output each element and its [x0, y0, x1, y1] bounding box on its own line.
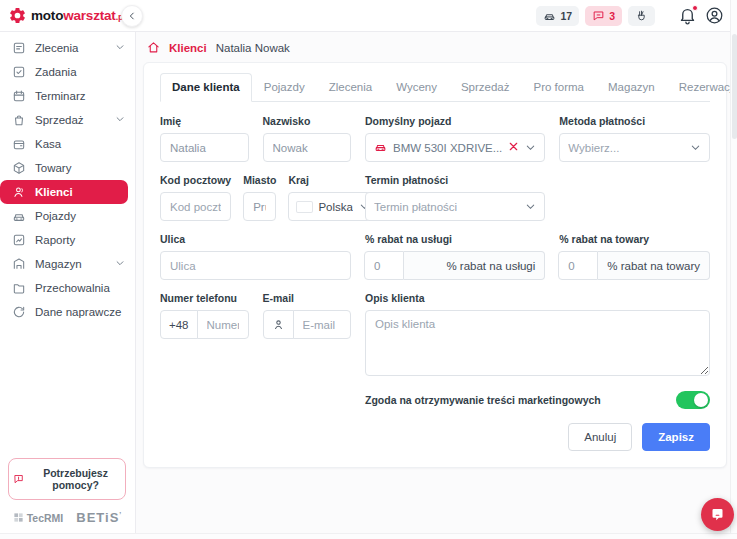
breadcrumb-section[interactable]: Klienci	[169, 42, 207, 54]
description-textarea[interactable]	[365, 310, 710, 376]
goods-discount-label: % rabat na towary	[559, 233, 710, 245]
wallet-icon	[12, 137, 26, 151]
client-card: Dane klienta Pojazdy Zlecenia Wyceny Spr…	[143, 62, 727, 468]
chevron-down-icon	[115, 258, 125, 270]
default-vehicle-select[interactable]: BMW 530I XDRIVE...	[365, 133, 545, 162]
sidebar-item-dane-naprawcze[interactable]: Dane naprawcze	[0, 300, 135, 324]
sidebar: Zlecenia Zadania Terminarz Sprzedaż Kasa	[0, 32, 136, 539]
sidebar-item-zadania[interactable]: Zadania	[0, 60, 135, 84]
sidebar-item-zlecenia[interactable]: Zlecenia	[0, 36, 135, 60]
service-discount-label: % rabat na usługi	[365, 233, 545, 245]
brand-logo[interactable]: motowarsztat.pl	[0, 6, 128, 25]
app-window: motowarsztat.pl 17 3	[0, 0, 737, 539]
field-email: E-mail	[263, 292, 352, 409]
scrollbar-thumb[interactable]	[732, 34, 737, 139]
tab-wyceny[interactable]: Wyceny	[384, 73, 449, 102]
city-label: Miasto	[243, 174, 276, 186]
goods-discount-input[interactable]	[558, 251, 598, 280]
tab-zlecenia[interactable]: Zlecenia	[317, 73, 384, 102]
field-payment-method: Metoda płatności Wybierz...	[559, 115, 710, 162]
help-button-label: Potrzebujesz pomocy?	[30, 467, 121, 491]
chevron-down-icon	[690, 142, 701, 153]
field-goods-discount: % rabat na towary % rabat na towary	[559, 233, 710, 280]
tab-pro-forma[interactable]: Pro forma	[522, 73, 597, 102]
toggle-knob	[694, 393, 708, 407]
phone-input[interactable]	[197, 310, 249, 339]
field-phone: Numer telefonu +48	[160, 292, 249, 409]
default-vehicle-label: Domyślny pojazd	[365, 115, 545, 127]
car-icon	[374, 140, 387, 155]
user-avatar-icon	[705, 6, 724, 25]
notifications-button[interactable]	[678, 6, 698, 26]
last-name-input[interactable]	[263, 133, 352, 162]
tab-dane-klienta[interactable]: Dane klienta	[160, 73, 252, 102]
street-label: Ulica	[160, 233, 351, 245]
cancel-button[interactable]: Anuluj	[568, 423, 632, 451]
messages-pill[interactable]: 3	[585, 6, 622, 26]
sidebar-item-raporty[interactable]: Raporty	[0, 228, 135, 252]
messages-count: 3	[609, 10, 615, 22]
help-button[interactable]: Potrzebujesz pomocy?	[8, 458, 126, 500]
tab-magazyn[interactable]: Magazyn	[596, 73, 667, 102]
payment-method-label: Metoda płatności	[559, 115, 710, 127]
street-input[interactable]	[160, 251, 351, 280]
goods-discount-addon: % rabat na towary	[598, 251, 710, 280]
sidebar-item-label: Magazyn	[35, 258, 82, 270]
shopping-bag-icon	[12, 113, 26, 127]
sidebar-item-label: Zlecenia	[35, 42, 78, 54]
sidebar-item-label: Przechowalnia	[35, 282, 110, 294]
user-menu-button[interactable]	[705, 6, 725, 26]
vertical-scrollbar[interactable]	[730, 0, 737, 533]
courtesy-cars-pill[interactable]: 17	[536, 6, 579, 26]
tab-sprzedaz[interactable]: Sprzedaż	[449, 73, 522, 102]
hand-gesture-pill[interactable]	[628, 6, 655, 26]
clear-vehicle-icon[interactable]	[508, 141, 519, 154]
sidebar-collapse-button[interactable]	[121, 5, 143, 27]
payment-term-select[interactable]: Termin płatności	[365, 192, 545, 221]
field-service-discount: % rabat na usługi % rabat na usługi	[365, 233, 545, 280]
sidebar-item-klienci[interactable]: Klienci	[0, 180, 128, 204]
sidebar-item-kasa[interactable]: Kasa	[0, 132, 135, 156]
sidebar-item-sprzedaz[interactable]: Sprzedaż	[0, 108, 135, 132]
email-input[interactable]	[293, 310, 352, 339]
first-name-label: Imię	[160, 115, 249, 127]
package-icon	[12, 161, 26, 175]
postal-code-label: Kod pocztowy	[160, 174, 231, 186]
chevron-left-icon	[127, 11, 137, 21]
city-input[interactable]	[243, 192, 276, 221]
chat-widget-button[interactable]	[701, 498, 734, 531]
sidebar-item-label: Terminarz	[35, 90, 85, 102]
first-name-input[interactable]	[160, 133, 249, 162]
betis-logo: BETiSʼ	[76, 510, 122, 525]
sidebar-item-terminarz[interactable]: Terminarz	[0, 84, 135, 108]
chat-bubble-icon	[592, 9, 605, 22]
header-stat-pills: 17 3	[536, 6, 655, 26]
sidebar-item-towary[interactable]: Towary	[0, 156, 135, 180]
tecrmi-logo: TecRMI	[13, 512, 64, 524]
payment-method-select[interactable]: Wybierz...	[559, 133, 710, 162]
reports-icon	[12, 233, 26, 247]
description-label: Opis klienta	[365, 292, 710, 304]
home-icon[interactable]	[147, 41, 160, 54]
last-name-label: Nazwisko	[263, 115, 352, 127]
horizontal-scrollbar[interactable]	[0, 533, 737, 539]
phone-label: Numer telefonu	[160, 292, 249, 304]
field-first-name: Imię	[160, 115, 249, 162]
sidebar-item-pojazdy[interactable]: Pojazdy	[0, 204, 135, 228]
marketing-consent-toggle[interactable]	[676, 391, 710, 409]
breadcrumb: Klienci Natalia Nowak	[143, 32, 727, 62]
save-button[interactable]: Zapisz	[642, 423, 710, 451]
chat-widget-icon	[710, 507, 725, 522]
postal-code-input[interactable]	[160, 192, 231, 221]
client-tabs: Dane klienta Pojazdy Zlecenia Wyceny Spr…	[160, 73, 710, 102]
sidebar-item-label: Klienci	[35, 186, 73, 198]
repair-data-icon	[12, 305, 26, 319]
warehouse-icon	[12, 257, 26, 271]
sidebar-item-magazyn[interactable]: Magazyn	[0, 252, 135, 276]
service-discount-input[interactable]	[364, 251, 404, 280]
tab-rezerwacje[interactable]: Rezerwacje	[667, 73, 737, 102]
breadcrumb-current: Natalia Nowak	[216, 42, 290, 54]
default-vehicle-value: BMW 530I XDRIVE...	[393, 142, 502, 154]
sidebar-item-przechowalnia[interactable]: Przechowalnia	[0, 276, 135, 300]
tab-pojazdy[interactable]: Pojazdy	[252, 73, 317, 102]
